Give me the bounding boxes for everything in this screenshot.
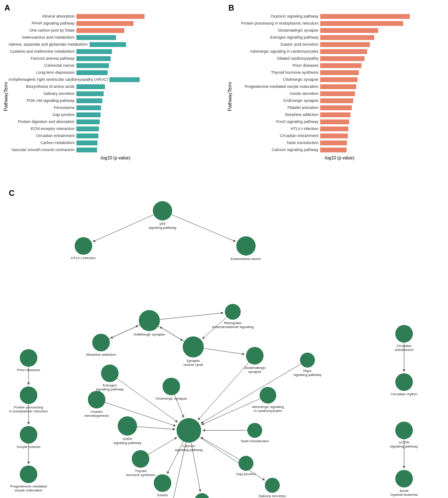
network-node <box>163 378 180 395</box>
bar-row: Circadian entrainment <box>232 133 446 139</box>
node-label: Gap junction <box>236 472 256 476</box>
node-label: Ovariansteroidogenesis <box>84 410 109 418</box>
bars-a: Mineral absorptionPPAR signaling pathway… <box>8 13 222 154</box>
network-node <box>154 474 171 492</box>
network-node <box>20 466 37 483</box>
bar-fill <box>76 63 109 68</box>
bar-fill <box>76 105 101 110</box>
bar-row: Morphine addiction <box>232 112 446 118</box>
bar-row: Protein digestion and absorption <box>8 119 222 125</box>
bar-row: FoxO signaling pathway <box>232 119 446 125</box>
node-circle <box>183 336 204 357</box>
bar-label: Fanconi anemia pathway <box>8 56 76 61</box>
y-axis-label-a: PathwayTerm <box>2 22 8 171</box>
network-node <box>300 353 315 368</box>
node-label: Salivary secretion <box>258 494 286 498</box>
bar-fill <box>320 148 347 152</box>
node-circle <box>246 347 264 364</box>
node-circle <box>195 493 210 498</box>
bar-label: Estrogen signaling pathway <box>232 35 320 40</box>
bar-row: Progesterone-mediated oocyte maturation <box>232 83 446 90</box>
node-label: Acutemyeloid leukemia <box>390 489 418 497</box>
bar-fill <box>76 112 101 117</box>
node-circle <box>236 236 256 256</box>
panel-b-label: B <box>228 4 234 13</box>
bar-fill <box>76 134 98 138</box>
node-label: Estrogensignaling pathway <box>96 383 124 391</box>
node-circle <box>238 456 253 471</box>
network-node <box>238 456 253 471</box>
network-edge <box>171 215 235 242</box>
node-circle <box>139 310 160 331</box>
node-circle <box>395 470 413 487</box>
network-edge <box>105 402 176 426</box>
node-label: GnRHsignaling pathway <box>113 437 141 445</box>
node-circle <box>20 426 37 444</box>
network-edge <box>167 441 184 473</box>
node-circle <box>163 378 180 395</box>
bar-fill <box>320 105 352 110</box>
bar-fill <box>76 21 134 26</box>
bar-fill <box>76 141 98 145</box>
node-label: Endometrial cancer <box>231 257 261 261</box>
bar-fill <box>320 35 374 40</box>
chart-container-b: Oxytocin signaling pathwayProtein proces… <box>232 13 446 171</box>
network-node <box>153 201 172 220</box>
bar-label: Thyroid hormone synthesis <box>232 70 320 75</box>
bar-label: Mineral absorption <box>8 14 76 18</box>
node-label: Glutamatergicsynapse <box>244 366 266 374</box>
bar-label: Platelet activation <box>232 105 320 110</box>
bar-fill <box>76 126 99 131</box>
bar-fill <box>76 35 116 40</box>
bar-label: Adrenergic signaling in cardiomyocytes <box>232 49 320 54</box>
network-edge <box>93 215 154 242</box>
bar-row: Dilated cardiomyopathy <box>232 55 446 61</box>
node-label: p53signaling pathway <box>148 222 177 230</box>
bar-row: Colorectal cancer <box>8 62 222 69</box>
node-circle <box>101 364 119 382</box>
bar-label: Protein digestion and absorption <box>8 119 76 124</box>
node-label: Circadian rhythm <box>391 392 418 396</box>
node-circle <box>88 391 105 408</box>
bar-row: HTLV-I infection <box>232 126 446 132</box>
bar-row: Arrhythmogenic right ventricular cardiom… <box>8 76 222 83</box>
bar-fill <box>76 49 112 54</box>
node-circle <box>118 416 137 436</box>
node-label: GABAergic synapse <box>134 332 165 336</box>
bar-label: Carbon metabolism <box>8 141 76 145</box>
network-edge <box>204 348 244 354</box>
network-diagram: p53signaling pathwayHTLV-I infectionEndo… <box>0 184 448 498</box>
bar-fill <box>320 141 347 145</box>
node-circle <box>20 349 37 367</box>
bar-label: Insulin secretion <box>232 91 320 96</box>
network-node <box>132 450 149 468</box>
bar-fill <box>76 56 111 61</box>
bar-fill <box>76 98 102 103</box>
bar-fill <box>76 91 104 96</box>
panel-a-label: A <box>4 4 10 13</box>
node-circle <box>260 387 276 404</box>
bar-row: Alanine, aspartate and glutamate metabol… <box>8 41 222 47</box>
node-circle <box>132 450 149 468</box>
network-node <box>395 373 413 391</box>
bar-label: Oxytocin signaling pathway <box>232 14 320 18</box>
node-label: Taste transduction <box>241 439 269 443</box>
bar-row: Calcium signaling pathway <box>232 147 446 153</box>
bar-label: FoxO signaling pathway <box>232 119 320 124</box>
network-node <box>395 422 413 439</box>
bar-fill <box>320 42 370 47</box>
bar-row: Biosynthesis of amino acids <box>8 83 222 90</box>
bar-row: One carbon pool by folate <box>8 27 222 33</box>
bar-row: Fanconi anemia pathway <box>8 55 222 61</box>
bar-fill <box>320 56 365 61</box>
bar-fill <box>320 49 367 54</box>
x-axis-label-b: -log10 (p value) <box>232 155 446 160</box>
bar-fill <box>109 77 139 82</box>
node-label: Retrogradeendocannabinoid signaling <box>212 321 254 329</box>
network-edge <box>160 313 223 319</box>
network-node <box>395 470 413 487</box>
node-circle <box>20 386 37 404</box>
bar-fill <box>76 14 145 19</box>
node-label: Synapticvesicle cycle <box>184 359 203 367</box>
network-node <box>395 325 413 343</box>
